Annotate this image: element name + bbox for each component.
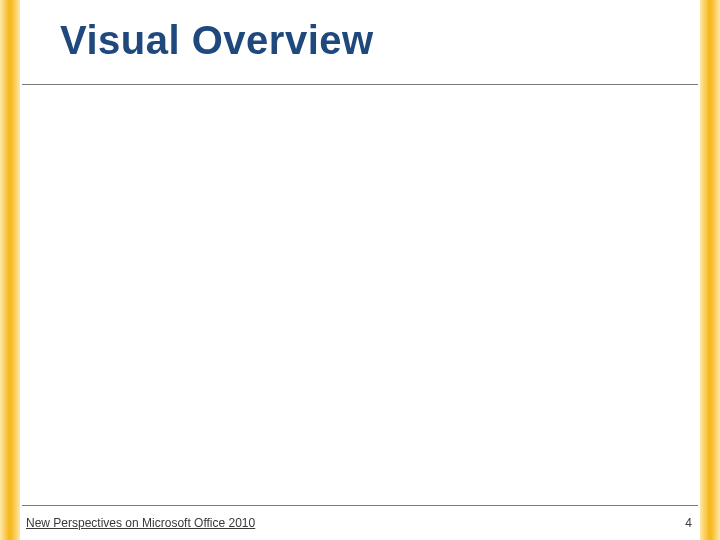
slide: Visual Overview New Perspectives on Micr… [0,0,720,540]
footer-text: New Perspectives on Microsoft Office 201… [26,516,255,530]
title-divider [22,84,698,85]
accent-bar-left [0,0,20,540]
page-number: 4 [685,516,692,530]
slide-title: Visual Overview [60,18,374,63]
footer-divider [22,505,698,506]
accent-bar-right [700,0,720,540]
